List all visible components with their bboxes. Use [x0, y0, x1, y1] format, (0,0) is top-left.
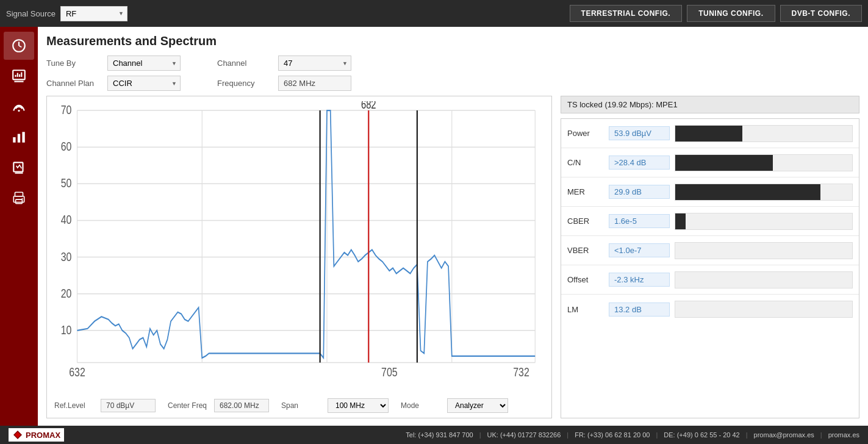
channel-plan-wrapper: CCIR — [107, 76, 181, 91]
footer-tel-fr: FR: (+33) 06 62 81 20 00 — [575, 431, 650, 439]
meas-name: Power — [567, 129, 604, 138]
center-freq-pair: Center Freq 682.00 MHz — [168, 398, 269, 413]
center-freq-label: Center Freq — [168, 401, 210, 410]
meas-name: C/N — [567, 158, 604, 167]
tuning-config-button[interactable]: TUNING CONFIG. — [687, 5, 775, 22]
meas-bar-container — [675, 301, 853, 318]
footer-sep-3: | — [656, 431, 658, 439]
footer: PROMAX Tel: (+34) 931 847 700 | UK: (+44… — [0, 426, 868, 444]
meas-row: MER29.9 dB — [561, 177, 859, 207]
sidebar-item-signal[interactable] — [4, 93, 34, 121]
frequency-label: Frequency — [217, 79, 266, 88]
mode-pair: Mode Analyzer — [401, 398, 508, 413]
sidebar — [0, 27, 38, 426]
svg-text:20: 20 — [61, 285, 72, 300]
meas-bar — [675, 155, 773, 171]
meas-bar-container — [675, 242, 853, 259]
svg-point-6 — [18, 110, 20, 112]
meas-bar-container — [675, 271, 853, 288]
measurements-table: Power53.9 dBµVC/N>28.4 dBMER29.9 dBCBER1… — [561, 118, 859, 418]
meas-name: MER — [567, 187, 604, 196]
meas-value: 13.2 dB — [609, 303, 670, 317]
print-icon — [11, 190, 27, 206]
signal-source-select[interactable]: RF — [60, 6, 127, 21]
svg-rect-8 — [18, 134, 20, 143]
span-select[interactable]: 100 MHz — [328, 398, 389, 413]
svg-text:60: 60 — [61, 139, 72, 154]
svg-rect-11 — [15, 192, 23, 196]
ref-level-pair: Ref.Level 70 dBµV — [54, 398, 156, 413]
channel-plan-select[interactable]: CCIR — [107, 76, 181, 91]
signal-source-label: Signal Source — [6, 9, 56, 18]
ts-status: TS locked (19.92 Mbps): MPE1 — [561, 96, 859, 113]
span-pair: Span 100 MHz — [281, 398, 389, 413]
measurements-icon — [11, 68, 27, 84]
svg-text:705: 705 — [381, 365, 398, 379]
chart-area: 70 60 50 40 30 20 10 632 705 732 — [49, 101, 549, 395]
datalogger-icon — [11, 160, 27, 176]
meas-row: C/N>28.4 dB — [561, 148, 859, 177]
meas-value: -2.3 kHz — [609, 273, 670, 287]
tune-by-select[interactable]: Channel — [107, 56, 181, 71]
footer-sep-4: | — [746, 431, 748, 439]
spectrum-chart-svg: 70 60 50 40 30 20 10 632 705 732 — [49, 101, 549, 395]
channel-select[interactable]: 47 — [278, 56, 351, 71]
meas-name: CBER — [567, 217, 604, 226]
meas-bar-container — [675, 125, 853, 142]
sidebar-item-dashboard[interactable] — [4, 32, 34, 60]
meas-row: Offset-2.3 kHz — [561, 265, 859, 295]
meas-bar-container — [675, 213, 853, 230]
meas-row: VBER<1.0e-7 — [561, 236, 859, 265]
frequency-value: 682 MHz — [278, 76, 351, 91]
svg-text:30: 30 — [61, 249, 72, 263]
footer-tel-uk: UK: (+44) 01727 832266 — [487, 431, 561, 439]
meas-value: 29.9 dB — [609, 185, 670, 199]
right-panel: TS locked (19.92 Mbps): MPE1 Power53.9 d… — [561, 96, 859, 418]
footer-email: promax@promax.es — [754, 431, 814, 439]
channel-label: Channel — [217, 59, 266, 68]
sidebar-item-measurements[interactable] — [4, 62, 34, 90]
top-buttons: TERRESTRIAL CONFIG. TUNING CONFIG. DVB-T… — [570, 5, 862, 22]
svg-text:632: 632 — [69, 365, 85, 379]
dvbt-config-button[interactable]: DVB-T CONFIG. — [780, 5, 863, 22]
svg-point-14 — [21, 198, 23, 199]
meas-row: LM13.2 dB — [561, 295, 859, 324]
svg-text:70: 70 — [61, 102, 72, 117]
mode-select[interactable]: Analyzer — [447, 398, 508, 413]
meas-bar-container — [675, 184, 853, 201]
dashboard-icon — [11, 38, 27, 54]
svg-text:732: 732 — [513, 365, 529, 379]
left-panel: 70 60 50 40 30 20 10 632 705 732 — [46, 96, 552, 418]
promax-text: PROMAX — [26, 431, 60, 440]
footer-sep-5: | — [820, 431, 822, 439]
meas-bar — [675, 213, 686, 229]
terrestrial-config-button[interactable]: TERRESTRIAL CONFIG. — [570, 5, 683, 22]
svg-text:10: 10 — [61, 323, 72, 337]
svg-rect-13 — [16, 199, 23, 204]
ref-level-value: 70 dBµV — [101, 399, 156, 412]
page-title: Measurements and Spectrum — [46, 34, 859, 48]
tune-by-wrapper: Channel — [107, 56, 181, 71]
meas-row: Power53.9 dBµV — [561, 119, 859, 148]
signal-icon — [11, 99, 27, 115]
svg-text:40: 40 — [61, 212, 72, 227]
footer-contacts: Tel: (+34) 931 847 700 | UK: (+44) 01727… — [406, 431, 859, 439]
channel-plan-label: Channel Plan — [46, 79, 95, 88]
channel-wrapper: 47 — [278, 56, 351, 71]
signal-source-select-wrapper: RF — [60, 6, 127, 21]
ref-level-label: Ref.Level — [54, 401, 97, 410]
svg-rect-9 — [22, 132, 24, 142]
sidebar-item-bar-chart[interactable] — [4, 123, 34, 151]
sidebar-item-datalogger[interactable] — [4, 154, 34, 182]
sidebar-item-print[interactable] — [4, 184, 34, 212]
promax-logo-box: PROMAX — [9, 428, 64, 442]
center-freq-value: 682.00 MHz — [214, 399, 269, 412]
content: Measurements and Spectrum Tune By Channe… — [38, 27, 868, 426]
meas-name: VBER — [567, 246, 604, 255]
tune-by-label: Tune By — [46, 59, 95, 68]
meas-bar — [675, 126, 742, 141]
chart-controls: Ref.Level 70 dBµV Center Freq 682.00 MHz… — [49, 395, 549, 415]
meas-row: CBER1.6e-5 — [561, 207, 859, 236]
footer-sep-2: | — [567, 431, 569, 439]
page: Measurements and Spectrum Tune By Channe… — [38, 27, 868, 426]
